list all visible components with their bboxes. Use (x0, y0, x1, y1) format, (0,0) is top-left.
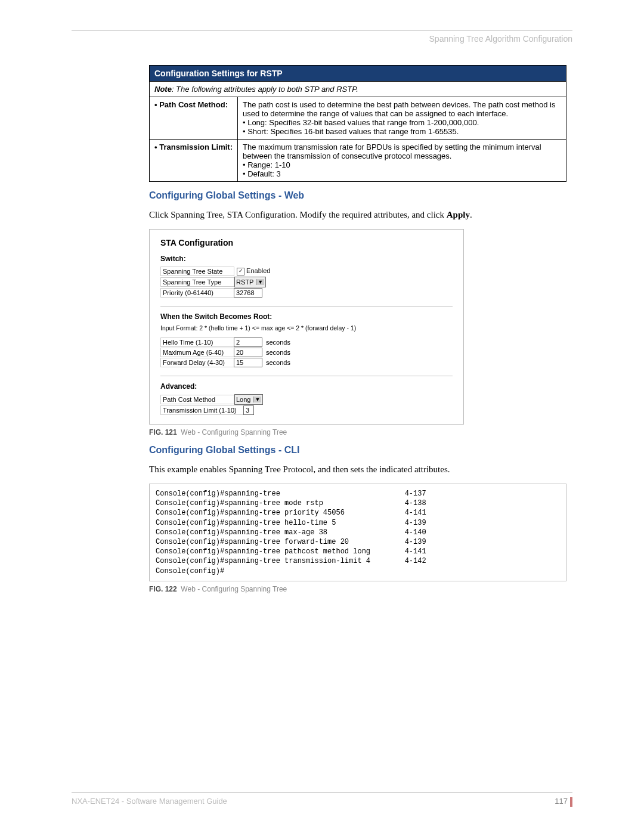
row-name: • Path Cost Method: (150, 97, 238, 140)
config-table: Configuration Settings for RSTP Note: Th… (149, 65, 566, 182)
type-select[interactable]: RSTP▼ (234, 277, 266, 287)
pcm-label: Path Cost Method (160, 395, 234, 404)
root-label: When the Switch Becomes Root: (160, 312, 453, 321)
maxage-label: Maximum Age (6-40) (160, 348, 234, 357)
header-breadcrumb: Spanning Tree Algorithm Configuration (72, 34, 572, 44)
web-intro: Click Spanning Tree, STA Configuration. … (149, 210, 566, 220)
cli-block: Console(config)#spanning-tree 4-137 Cons… (149, 484, 566, 581)
web-heading: Configuring Global Settings - Web (149, 190, 566, 201)
cli-intro: This example enables Spanning Tree Proto… (149, 465, 566, 475)
table-title: Configuration Settings for RSTP (150, 66, 566, 82)
chevron-down-icon: ▼ (256, 279, 264, 285)
formula-text: Input Format: 2 * (hello time + 1) <= ma… (160, 324, 453, 332)
page-bar-icon (570, 797, 572, 807)
priority-input[interactable]: 32768 (234, 288, 262, 298)
state-checkbox[interactable]: ✓ Enabled (237, 267, 270, 275)
table-row: • Transmission Limit: The maximum transm… (150, 140, 566, 182)
pcm-select[interactable]: Long▼ (234, 394, 263, 405)
fwd-label: Forward Delay (4-30) (160, 358, 234, 367)
fig121-caption: FIG. 121 Web - Configuring Spanning Tree (149, 428, 566, 436)
table-note: Note: The following attributes apply to … (150, 82, 566, 97)
fwd-input[interactable]: 15 (234, 358, 262, 367)
advanced-label: Advanced: (160, 382, 453, 391)
sta-config-panel: STA Configuration Switch: Spanning Tree … (149, 229, 464, 425)
switch-label: Switch: (160, 255, 453, 263)
type-label: Spanning Tree Type (160, 277, 234, 287)
note-label: Note (154, 85, 172, 94)
row-desc: The maximum transmission rate for BPDUs … (237, 140, 566, 182)
maxage-input[interactable]: 20 (234, 348, 262, 357)
table-row: • Path Cost Method: The path cost is use… (150, 97, 566, 140)
tl-input[interactable]: 3 (243, 405, 254, 415)
tl-label: Transmission Limit (1-10) (160, 405, 244, 415)
note-body: : The following attributes apply to both… (172, 85, 358, 94)
state-label: Spanning Tree State (160, 267, 234, 276)
cli-heading: Configuring Global Settings - CLI (149, 445, 566, 456)
hello-label: Hello Time (1-10) (160, 337, 234, 347)
row-name: • Transmission Limit: (150, 140, 238, 182)
hello-input[interactable]: 2 (234, 337, 262, 347)
row-desc: The path cost is used to determine the b… (237, 97, 566, 140)
footer-page: 117 (555, 797, 568, 806)
footer-doc: NXA-ENET24 - Software Management Guide (72, 797, 227, 807)
panel-title: STA Configuration (160, 238, 453, 247)
chevron-down-icon: ▼ (253, 397, 261, 402)
priority-label: Priority (0-61440) (160, 288, 234, 298)
fig122-caption: FIG. 122 Web - Configuring Spanning Tree (149, 585, 566, 593)
footer: NXA-ENET24 - Software Management Guide 1… (72, 792, 572, 807)
